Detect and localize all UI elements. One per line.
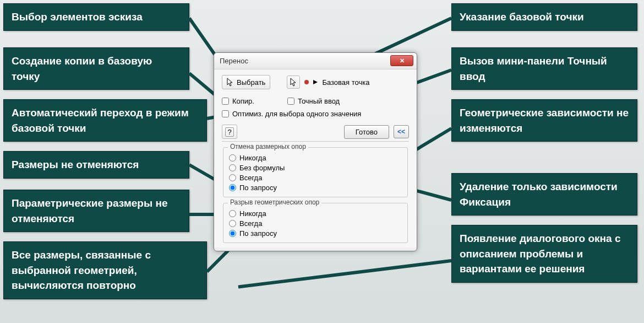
basepoint-cursor-button[interactable] xyxy=(287,76,300,89)
copy-checkbox[interactable] xyxy=(222,98,229,105)
dialog-titlebar[interactable]: Перенос ✕ xyxy=(214,53,417,69)
callout-create-copy: Создание копии в базовую точку xyxy=(3,47,189,90)
g2-radio-2[interactable] xyxy=(229,230,236,237)
group-geom-supports: Разрыв геометрических опор Никогда Всегд… xyxy=(223,203,408,243)
dialog-title: Перенос xyxy=(220,57,248,65)
precise-label: Точный ввод xyxy=(298,97,340,105)
done-button[interactable]: Готово xyxy=(344,125,389,139)
cursor-icon xyxy=(227,78,233,87)
callout-param-dims: Параметрические размеры не отменяются xyxy=(3,190,189,232)
close-icon: ✕ xyxy=(400,57,405,64)
precise-checkbox[interactable] xyxy=(287,98,294,105)
help-button[interactable]: ? xyxy=(222,125,237,139)
g1-radio-3[interactable] xyxy=(229,184,236,191)
callout-auto-basepoint: Автоматический переход в режим базовой т… xyxy=(3,99,207,142)
g1-label-0: Никогда xyxy=(239,154,266,162)
group1-title: Отмена размерных опор xyxy=(228,143,308,150)
copy-checkbox-row[interactable]: Копир. xyxy=(222,97,254,105)
g1-label-3: По запросу xyxy=(239,184,277,192)
g2-opt-onrequest[interactable]: По запросу xyxy=(229,229,402,238)
g2-label-0: Никогда xyxy=(239,209,266,218)
g2-radio-1[interactable] xyxy=(229,220,236,227)
g2-label-2: По запросу xyxy=(239,229,277,238)
g1-radio-0[interactable] xyxy=(229,154,236,162)
callout-select-elements: Выбор элементов эскиза xyxy=(3,3,189,31)
g1-opt-always[interactable]: Всегда xyxy=(229,174,402,182)
basepoint-arrow-icon xyxy=(313,80,318,84)
callout-dims-not-cancel: Размеры не отменяются xyxy=(3,151,189,179)
copy-label: Копир. xyxy=(232,97,254,105)
g1-opt-never[interactable]: Никогда xyxy=(229,154,402,162)
select-button[interactable]: Выбрать xyxy=(222,75,270,89)
action-row: ? Готово << xyxy=(222,125,409,139)
g1-opt-noformula[interactable]: Без формулы xyxy=(229,164,402,172)
group-dimension-supports: Отмена размерных опор Никогда Без формул… xyxy=(223,147,408,197)
close-button[interactable]: ✕ xyxy=(390,55,413,66)
select-label: Выбрать xyxy=(237,78,265,87)
top-buttons-row: Выбрать Базовая точка xyxy=(222,75,409,89)
separator xyxy=(222,141,409,142)
callout-basepoint-indication: Указание базовой точки xyxy=(451,3,637,31)
g2-label-1: Всегда xyxy=(239,219,262,228)
precise-checkbox-row[interactable]: Точный ввод xyxy=(287,97,340,105)
callout-problem-dialog: Появление диалогового окна с описанием п… xyxy=(451,225,637,283)
basepoint-dot-icon xyxy=(304,80,309,84)
g2-opt-always[interactable]: Всегда xyxy=(229,219,402,228)
g1-label-1: Без формулы xyxy=(239,164,285,172)
g1-radio-2[interactable] xyxy=(229,174,236,181)
callout-remove-fix-only: Удаление только зависимости Фиксация xyxy=(451,173,637,216)
pointer xyxy=(238,259,452,288)
g2-opt-never[interactable]: Никогда xyxy=(229,209,402,218)
basepoint-label: Базовая точка xyxy=(322,78,369,87)
dialog-move: Перенос ✕ Выбрать Базовая точка xyxy=(214,52,417,251)
dialog-body: Выбрать Базовая точка Копир. То xyxy=(214,69,417,247)
g1-label-2: Всегда xyxy=(239,174,262,182)
optimize-checkbox[interactable] xyxy=(222,110,229,117)
group2-title: Разрыв геометрических опор xyxy=(228,198,321,206)
optimize-label: Оптимиз. для выбора одного значения xyxy=(232,110,361,118)
g1-opt-onrequest[interactable]: По запросу xyxy=(229,184,402,192)
g1-radio-1[interactable] xyxy=(229,164,236,171)
cursor-icon xyxy=(290,78,297,87)
optimize-checkbox-row[interactable]: Оптимиз. для выбора одного значения xyxy=(222,110,409,118)
help-icon: ? xyxy=(225,127,233,137)
callout-mini-panel: Вызов мини-панели Точный ввод xyxy=(451,47,637,90)
g2-radio-0[interactable] xyxy=(229,210,236,217)
collapse-button[interactable]: << xyxy=(394,125,409,138)
callout-all-dims-recalc: Все размеры, связанные с выбранной геоме… xyxy=(3,241,207,299)
callout-geom-deps-unchanged: Геометрические зависимости не изменяются xyxy=(451,99,637,142)
